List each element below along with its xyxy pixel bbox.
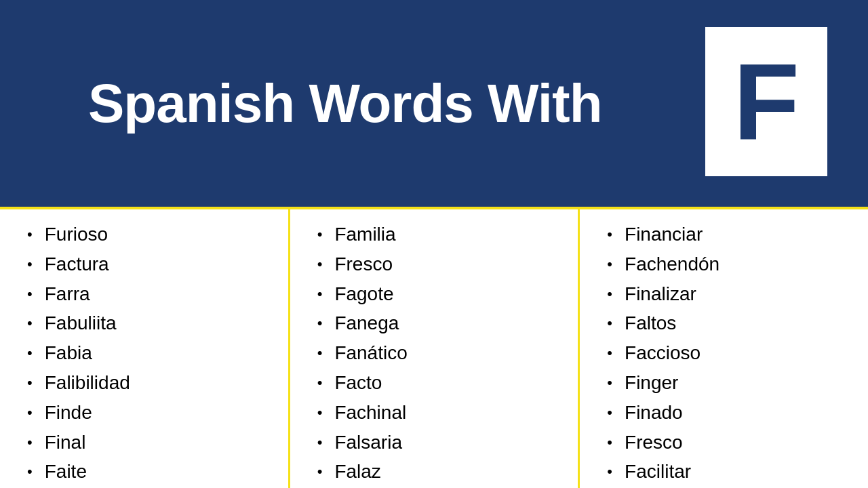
list-item: Falaz: [317, 459, 565, 485]
list-item: Fabia: [27, 340, 275, 366]
feature-letter: F: [733, 47, 800, 156]
list-item: Faltos: [607, 310, 854, 336]
list-item: Fresco: [317, 251, 565, 277]
list-item: Fachinal: [317, 400, 565, 426]
content-area: FuriosoFacturaFarraFabuliitaFabiaFalibil…: [0, 207, 868, 488]
list-item: Fachendón: [607, 251, 854, 277]
column-3: FinanciarFachendónFinalizarFaltosFaccios…: [580, 209, 868, 488]
list-item: Finado: [607, 400, 854, 426]
word-list-1: FuriosoFacturaFarraFabuliitaFabiaFalibil…: [27, 222, 275, 488]
list-item: Farra: [27, 281, 275, 307]
list-item: Falibilidad: [27, 370, 275, 396]
word-list-2: FamiliaFrescoFagoteFanegaFanáticoFactoFa…: [317, 222, 565, 488]
letter-box: F: [705, 27, 827, 176]
list-item: Faccioso: [607, 340, 854, 366]
list-item: Finde: [27, 400, 275, 426]
list-item: Faite: [27, 459, 275, 485]
list-item: Financiar: [607, 222, 854, 247]
list-item: Fagote: [317, 281, 565, 307]
column-1: FuriosoFacturaFarraFabuliitaFabiaFalibil…: [0, 209, 290, 488]
list-item: Fresco: [607, 430, 854, 455]
list-item: Facilitar: [607, 459, 854, 485]
header: Spanish Words With F: [0, 0, 868, 207]
list-item: Facto: [317, 370, 565, 396]
list-item: Fabuliita: [27, 310, 275, 336]
list-item: Familia: [317, 222, 565, 247]
page-title: Spanish Words With: [88, 74, 602, 134]
list-item: Factura: [27, 251, 275, 277]
list-item: Final: [27, 430, 275, 455]
list-item: Fanega: [317, 310, 565, 336]
list-item: Fanático: [317, 340, 565, 366]
list-item: Falsaria: [317, 430, 565, 455]
column-2: FamiliaFrescoFagoteFanegaFanáticoFactoFa…: [290, 209, 580, 488]
word-list-3: FinanciarFachendónFinalizarFaltosFaccios…: [607, 222, 854, 488]
list-item: Finger: [607, 370, 854, 396]
list-item: Finalizar: [607, 281, 854, 307]
list-item: Furioso: [27, 222, 275, 247]
